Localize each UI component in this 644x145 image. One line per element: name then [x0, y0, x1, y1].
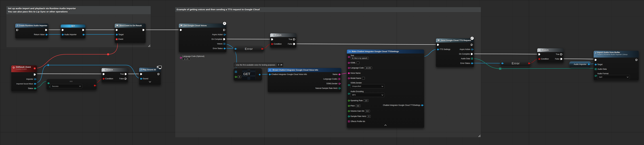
- exec-out-pin[interactable]: [636, 59, 638, 61]
- event-delegate-pin[interactable]: [116, 38, 118, 40]
- ssml-gender-pin[interactable]: [348, 84, 350, 86]
- index-pin[interactable]: [235, 76, 236, 78]
- node-import-audio-from-buffer[interactable]: f Import Audio from Buffer Target is Run…: [594, 51, 639, 81]
- condition-pin[interactable]: [103, 78, 104, 80]
- error-in-pin[interactable]: [502, 62, 503, 64]
- speech-bubble-icon[interactable]: [280, 64, 282, 66]
- exec-out-pin[interactable]: [471, 44, 473, 46]
- target-pin[interactable]: [595, 64, 596, 65]
- node-error-voices[interactable]: Error: [233, 46, 264, 52]
- voice-info-in-pin[interactable]: [269, 74, 270, 75]
- exec-out-pin[interactable]: [142, 29, 144, 31]
- on-complete-pin[interactable]: [471, 53, 473, 55]
- exec-in-pin[interactable]: [103, 73, 105, 75]
- reroute-array[interactable]: [499, 68, 501, 70]
- ssml-input[interactable]: [356, 62, 359, 64]
- language-codes-array-pin[interactable]: [338, 78, 340, 80]
- error-out-pin[interactable]: [261, 48, 263, 50]
- speaking-rate-pin[interactable]: [348, 100, 350, 102]
- false-pin[interactable]: [293, 43, 295, 45]
- true-pin[interactable]: [125, 73, 127, 75]
- condition-pin[interactable]: [271, 43, 273, 45]
- exec-in-pin[interactable]: [62, 29, 64, 31]
- audio-format-pin[interactable]: [595, 75, 596, 77]
- exec-in-pin[interactable]: [140, 73, 142, 75]
- tts-settings-pin[interactable]: [437, 49, 439, 50]
- tts-settings-out-pin[interactable]: [421, 104, 423, 106]
- index-input[interactable]: 0: [238, 76, 241, 78]
- false-pin[interactable]: [560, 58, 562, 60]
- async-action-pin[interactable]: [471, 49, 473, 50]
- bubble-comment-text[interactable]: Use the first available voice for testin…: [234, 64, 277, 66]
- true-pin[interactable]: [293, 38, 295, 40]
- sample-rate-input[interactable]: 0: [367, 115, 370, 118]
- return-value-pin[interactable]: [46, 34, 47, 35]
- reroute-object[interactable]: [47, 64, 49, 66]
- pin-icon[interactable]: [278, 64, 280, 66]
- on-complete-pin[interactable]: [223, 38, 225, 40]
- node-branch-tts[interactable]: Branch True Condition False: [537, 48, 564, 63]
- pitch-pin[interactable]: [348, 105, 350, 107]
- exec-in-pin[interactable]: [116, 29, 118, 31]
- audio-data-array-pin[interactable]: [595, 68, 596, 70]
- reroute-delegate[interactable]: [107, 53, 109, 55]
- volume-gain-input[interactable]: 0.0: [365, 110, 370, 112]
- error-status-pin[interactable]: [471, 62, 473, 64]
- element-out-pin[interactable]: [259, 74, 261, 76]
- model-name-input[interactable]: [362, 77, 365, 79]
- node-set-audio-importer[interactable]: SET Audio Importer: [60, 24, 86, 39]
- node-create-runtime-audio-importer[interactable]: f Create Runtime Audio Importer Return V…: [15, 23, 48, 39]
- exec-out-pin[interactable]: [158, 73, 160, 75]
- ssml-gender-pin[interactable]: [338, 83, 340, 85]
- condition-pin[interactable]: [538, 58, 540, 60]
- error-in-pin[interactable]: [234, 48, 236, 50]
- name-pin[interactable]: [338, 74, 340, 75]
- enum-value-dropdown[interactable]: Success: [50, 84, 82, 88]
- node-get-google-cloud-voices[interactable]: Get Google Cloud Voices Async Action On …: [179, 23, 226, 52]
- language-code-input[interactable]: en-US: [364, 67, 372, 69]
- result-bool-pin[interactable]: [94, 85, 96, 86]
- collapse-chevron-icon[interactable]: [384, 125, 386, 127]
- audio-data-array-pin[interactable]: [471, 58, 473, 60]
- node-equal-enum[interactable]: == Success: [46, 79, 97, 90]
- variable-out-pin[interactable]: [588, 63, 590, 65]
- true-pin[interactable]: [560, 53, 562, 55]
- sample-rate-pin[interactable]: [348, 116, 350, 117]
- target-pin[interactable]: [116, 34, 118, 35]
- exec-in-pin[interactable]: [271, 38, 273, 40]
- error-status-pin[interactable]: [224, 48, 225, 49]
- pitch-input[interactable]: 0.0: [356, 105, 360, 107]
- false-pin[interactable]: [125, 78, 127, 80]
- model-name-pin[interactable]: [348, 77, 350, 79]
- node-error-tts[interactable]: Error: [500, 60, 531, 66]
- ssml-gender-dropdown[interactable]: Unspecified: [350, 84, 384, 88]
- language-code-pin[interactable]: [180, 57, 182, 59]
- async-action-pin[interactable]: [224, 34, 225, 35]
- exec-in-pin[interactable]: [595, 59, 597, 61]
- audio-format-dropdown[interactable]: mp3: [597, 75, 630, 79]
- exec-out-pin[interactable]: [34, 74, 36, 76]
- language-code-input[interactable]: en-US: [182, 58, 190, 60]
- audio-encoding-pin[interactable]: [348, 93, 350, 95]
- exec-out-pin[interactable]: [45, 29, 47, 31]
- node-play-sound-2d[interactable]: f Play Sound 2D Sound: [139, 68, 161, 85]
- exec-out-pin[interactable]: [82, 29, 84, 31]
- effects-profile-array-pin[interactable]: [348, 121, 350, 122]
- exec-in-pin[interactable]: [180, 29, 182, 31]
- language-code-pin[interactable]: [348, 67, 350, 69]
- status-pin[interactable]: [34, 88, 36, 89]
- node-onresult-custom-event[interactable]: OnResult_Event Custom Event Importer Imp…: [11, 65, 37, 92]
- audio-encoding-dropdown[interactable]: MP3: [350, 93, 384, 97]
- text-input[interactable]: Hi, this is my speech: [350, 57, 369, 59]
- node-array-get[interactable]: GET 0: [234, 68, 262, 81]
- imported-sound-wave-pin[interactable]: [34, 83, 36, 85]
- audio-importer-in-pin[interactable]: [62, 34, 64, 35]
- natural-sample-rate-pin[interactable]: [338, 87, 340, 89]
- node-make-tts-settings[interactable]: Make Chatbot Integrator Google Cloud TTS…: [347, 49, 424, 128]
- voice-name-pin[interactable]: [348, 72, 350, 74]
- node-send-tts-request[interactable]: Send Google Cloud TTS Request TTS Settin…: [436, 38, 474, 67]
- node-branch-play[interactable]: Branch True Condition False: [102, 68, 128, 83]
- node-break-voice-info[interactable]: Break Chatbot Integrator Google Cloud Vo…: [268, 68, 342, 92]
- text-pin[interactable]: [348, 56, 350, 58]
- exec-in-pin[interactable]: [538, 53, 540, 55]
